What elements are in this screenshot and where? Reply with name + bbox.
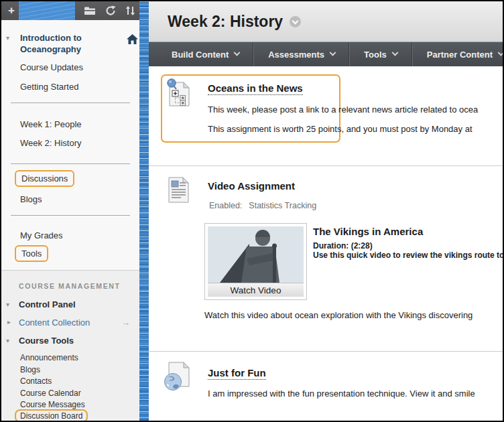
sidebar-item-content-collection[interactable]: Content Collection bbox=[19, 318, 90, 328]
content-frame: Week 2: History Build Content Assessment… bbox=[149, 1, 503, 421]
course-management-header: COURSE MANAGEMENT bbox=[19, 282, 120, 290]
blackboard-course-screen: + bbox=[0, 0, 504, 422]
home-icon[interactable] bbox=[127, 34, 138, 47]
assessments-button[interactable]: Assessments bbox=[253, 42, 349, 66]
sidebar-item-week-2[interactable]: Week 2: History bbox=[20, 138, 82, 148]
content-item-title-video: Video Assignment bbox=[208, 180, 295, 192]
action-bar: Build Content Assessments Tools Partner … bbox=[149, 42, 503, 66]
sidebar-item-course-updates[interactable]: Course Updates bbox=[20, 62, 83, 72]
item-body-text: This week, please post a link to a relev… bbox=[208, 104, 478, 115]
item-divider bbox=[149, 165, 503, 166]
theme-texture-strip bbox=[139, 1, 149, 421]
content-item-title-oceans[interactable]: Oceans in the News bbox=[208, 82, 303, 95]
content-list: Oceans in the News This week, please pos… bbox=[149, 66, 503, 421]
course-menu-sidebar: + bbox=[1, 1, 139, 421]
tools-button[interactable]: Tools bbox=[349, 42, 412, 66]
sidebar-item-course-calendar[interactable]: Course Calendar bbox=[20, 389, 81, 398]
discussion-forum-icon bbox=[166, 78, 192, 110]
collapse-arrow-icon[interactable]: ▾ bbox=[6, 35, 9, 42]
sidebar-item-course-tools[interactable]: Course Tools bbox=[19, 336, 74, 346]
sidebar-divider bbox=[11, 163, 130, 164]
partner-content-button[interactable]: Partner Content bbox=[413, 42, 503, 66]
chevron-down-icon bbox=[234, 49, 241, 56]
sidebar-item-control-panel[interactable]: Control Panel bbox=[19, 299, 76, 309]
collapse-arrow-icon[interactable]: ▾ bbox=[6, 301, 9, 308]
folder-icon bbox=[84, 6, 96, 15]
item-body-text: I am impressed with the fun presentation… bbox=[208, 389, 475, 399]
sidebar-item-discussions[interactable]: Discussions bbox=[15, 170, 74, 187]
refresh-icon bbox=[105, 5, 116, 16]
enabled-value: Statistics Tracking bbox=[249, 201, 316, 210]
expand-arrow-icon[interactable]: ▸ bbox=[7, 319, 11, 326]
menu-style-swatch[interactable] bbox=[19, 1, 75, 20]
item-body-text: This assignment is worth 25 points, and … bbox=[208, 124, 472, 134]
sidebar-item-my-grades[interactable]: My Grades bbox=[20, 230, 63, 240]
up-down-arrows-icon bbox=[125, 5, 135, 16]
chevron-down-icon bbox=[330, 49, 336, 56]
sidebar-item-announcements[interactable]: Announcements bbox=[20, 353, 78, 362]
video-description: Use this quick video to review the vikin… bbox=[313, 251, 503, 260]
sidebar-item-week-1[interactable]: Week 1: People bbox=[20, 119, 82, 129]
course-management-panel: COURSE MANAGEMENT ▾ Control Panel ▸ Cont… bbox=[1, 270, 139, 421]
sidebar-divider bbox=[11, 102, 130, 103]
page-header: Week 2: History bbox=[149, 1, 503, 42]
content-item-icon bbox=[166, 175, 192, 208]
course-menu-toolbar: + bbox=[1, 1, 139, 20]
page-title-menu-chevron-icon[interactable] bbox=[290, 16, 301, 27]
page-title: Week 2: History bbox=[168, 13, 283, 31]
video-duration: Duration: (2:28) bbox=[313, 241, 373, 251]
reorder-button[interactable] bbox=[122, 1, 138, 20]
watch-video-button[interactable]: Watch Video bbox=[208, 283, 304, 297]
item-divider bbox=[149, 351, 503, 352]
sidebar-item-getting-started[interactable]: Getting Started bbox=[20, 82, 78, 92]
viking-statue-thumbnail bbox=[208, 226, 304, 283]
item-body-text: Watch this video about ocean exploration… bbox=[204, 310, 472, 320]
sidebar-course-title[interactable]: Introduction to Oceanography bbox=[20, 32, 122, 55]
sidebar-item-discussion-board[interactable]: Discussion Board bbox=[15, 409, 88, 421]
add-menu-item-button[interactable]: + bbox=[4, 1, 19, 20]
enabled-label: Enabled: bbox=[209, 201, 242, 210]
collapse-arrow-icon[interactable]: ▾ bbox=[6, 338, 9, 344]
refresh-button[interactable] bbox=[103, 1, 119, 20]
enabled-status-line: Enabled:Statistics Tracking bbox=[209, 201, 316, 210]
folder-view-button[interactable] bbox=[82, 1, 98, 20]
chevron-down-icon bbox=[391, 49, 398, 56]
sidebar-item-blogs-tool[interactable]: Blogs bbox=[20, 365, 40, 374]
jump-arrow-icon[interactable]: → bbox=[121, 318, 130, 328]
url-link-icon bbox=[164, 360, 192, 395]
video-thumbnail-box[interactable]: Watch Video bbox=[204, 223, 307, 300]
sidebar-item-contacts[interactable]: Contacts bbox=[20, 376, 52, 386]
sidebar-divider bbox=[11, 215, 130, 216]
plus-icon: + bbox=[8, 4, 15, 17]
content-item-title-fun[interactable]: Just for Fun bbox=[208, 367, 266, 380]
chevron-down-icon bbox=[498, 49, 503, 56]
sidebar-item-course-messages[interactable]: Course Messages bbox=[20, 400, 85, 409]
sidebar-item-tools[interactable]: Tools bbox=[15, 245, 48, 262]
build-content-button[interactable]: Build Content bbox=[158, 42, 253, 66]
sidebar-item-blogs[interactable]: Blogs bbox=[20, 194, 42, 204]
video-title: The Vikings in America bbox=[313, 226, 423, 237]
